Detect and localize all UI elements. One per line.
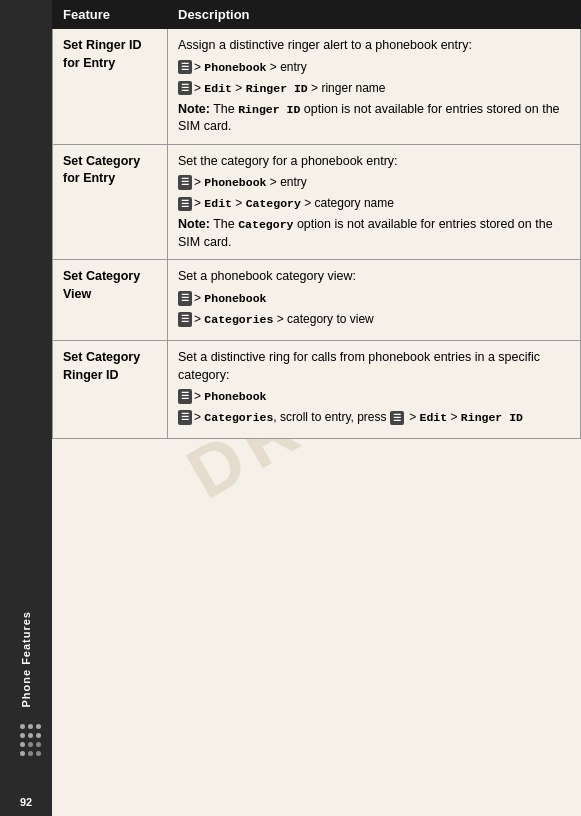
step-text: > Phonebook > entry bbox=[194, 174, 307, 191]
menu-step: ☰ > Edit > Ringer ID > ringer name bbox=[178, 80, 570, 97]
menu-icon: ☰ bbox=[178, 175, 192, 190]
feature-label-3: Set CategoryView bbox=[63, 269, 140, 301]
step-text: > Categories, scroll to entry, press ☰ >… bbox=[194, 409, 523, 426]
feature-cell-1: Set Ringer ID for Entry bbox=[53, 29, 168, 145]
menu-step: ☰ > Categories > category to view bbox=[178, 311, 570, 328]
description-cell-2: Set the category for a phonebook entry: … bbox=[168, 144, 581, 260]
dot bbox=[20, 733, 25, 738]
note-text: Note: The Category option is not availab… bbox=[178, 216, 570, 251]
dot bbox=[36, 742, 41, 747]
dot bbox=[36, 751, 41, 756]
dot-row-2 bbox=[20, 733, 41, 738]
table-row: Set CategoryRinger ID Set a distinctive … bbox=[53, 341, 581, 439]
page-wrapper: Phone Features 92 bbox=[0, 0, 581, 816]
feature-label-4: Set CategoryRinger ID bbox=[63, 350, 140, 382]
menu-icon: ☰ bbox=[178, 410, 192, 425]
menu-step: ☰ > Phonebook > entry bbox=[178, 174, 570, 191]
description-cell-3: Set a phonebook category view: ☰ > Phone… bbox=[168, 260, 581, 341]
step-text: > Phonebook bbox=[194, 388, 266, 405]
menu-step: ☰ > Categories, scroll to entry, press ☰… bbox=[178, 409, 570, 426]
dot bbox=[28, 724, 33, 729]
menu-icon: ☰ bbox=[178, 291, 192, 306]
row-content-2: Set the category for a phonebook entry: … bbox=[178, 153, 570, 252]
feature-table: Feature Description Set Ringer ID for En… bbox=[52, 0, 581, 439]
desc-text: Set a distinctive ring for calls from ph… bbox=[178, 349, 570, 384]
dot-row-3 bbox=[20, 742, 41, 747]
row-content-1: Assign a distinctive ringer alert to a p… bbox=[178, 37, 570, 136]
dot bbox=[36, 733, 41, 738]
header-feature: Feature bbox=[53, 1, 168, 29]
menu-icon: ☰ bbox=[178, 81, 192, 96]
sidebar-dots bbox=[12, 724, 41, 756]
row-content-3: Set a phonebook category view: ☰ > Phone… bbox=[178, 268, 570, 328]
menu-icon: ☰ bbox=[178, 389, 192, 404]
step-text: > Phonebook > entry bbox=[194, 59, 307, 76]
table-row: Set CategoryView Set a phonebook categor… bbox=[53, 260, 581, 341]
dot bbox=[28, 733, 33, 738]
main-content: DRAFT Feature Description Set Ringer ID … bbox=[52, 0, 581, 816]
menu-icon: ☰ bbox=[178, 197, 192, 212]
page-number: 92 bbox=[0, 796, 52, 808]
desc-text: Assign a distinctive ringer alert to a p… bbox=[178, 37, 570, 55]
sidebar: Phone Features 92 bbox=[0, 0, 52, 816]
step-text: > Edit > Ringer ID > ringer name bbox=[194, 80, 385, 97]
menu-step: ☰ > Phonebook bbox=[178, 388, 570, 405]
note-text: Note: The Ringer ID option is not availa… bbox=[178, 101, 570, 136]
menu-step: ☰ > Phonebook bbox=[178, 290, 570, 307]
dot bbox=[20, 742, 25, 747]
dot bbox=[36, 724, 41, 729]
step-text: > Categories > category to view bbox=[194, 311, 374, 328]
dot bbox=[20, 751, 25, 756]
step-text: > Edit > Category > category name bbox=[194, 195, 394, 212]
menu-step: ☰ > Edit > Category > category name bbox=[178, 195, 570, 212]
menu-step: ☰ > Phonebook > entry bbox=[178, 59, 570, 76]
menu-icon-inline: ☰ bbox=[390, 411, 404, 426]
menu-icon: ☰ bbox=[178, 60, 192, 75]
sidebar-label: Phone Features bbox=[20, 611, 32, 708]
table-row: Set Categoryfor Entry Set the category f… bbox=[53, 144, 581, 260]
description-cell-1: Assign a distinctive ringer alert to a p… bbox=[168, 29, 581, 145]
step-text: > Phonebook bbox=[194, 290, 266, 307]
description-cell-4: Set a distinctive ring for calls from ph… bbox=[168, 341, 581, 439]
feature-label-1: Set Ringer ID for Entry bbox=[63, 38, 142, 70]
dot bbox=[28, 742, 33, 747]
feature-cell-3: Set CategoryView bbox=[53, 260, 168, 341]
desc-text: Set the category for a phonebook entry: bbox=[178, 153, 570, 171]
feature-cell-2: Set Categoryfor Entry bbox=[53, 144, 168, 260]
dot bbox=[20, 724, 25, 729]
feature-label-2: Set Categoryfor Entry bbox=[63, 154, 140, 186]
dot bbox=[28, 751, 33, 756]
dot-row-4 bbox=[20, 751, 41, 756]
menu-icon: ☰ bbox=[178, 312, 192, 327]
header-description: Description bbox=[168, 1, 581, 29]
table-header-row: Feature Description bbox=[53, 1, 581, 29]
table-row: Set Ringer ID for Entry Assign a distinc… bbox=[53, 29, 581, 145]
row-content-4: Set a distinctive ring for calls from ph… bbox=[178, 349, 570, 426]
dot-row-1 bbox=[20, 724, 41, 729]
feature-cell-4: Set CategoryRinger ID bbox=[53, 341, 168, 439]
desc-text: Set a phonebook category view: bbox=[178, 268, 570, 286]
